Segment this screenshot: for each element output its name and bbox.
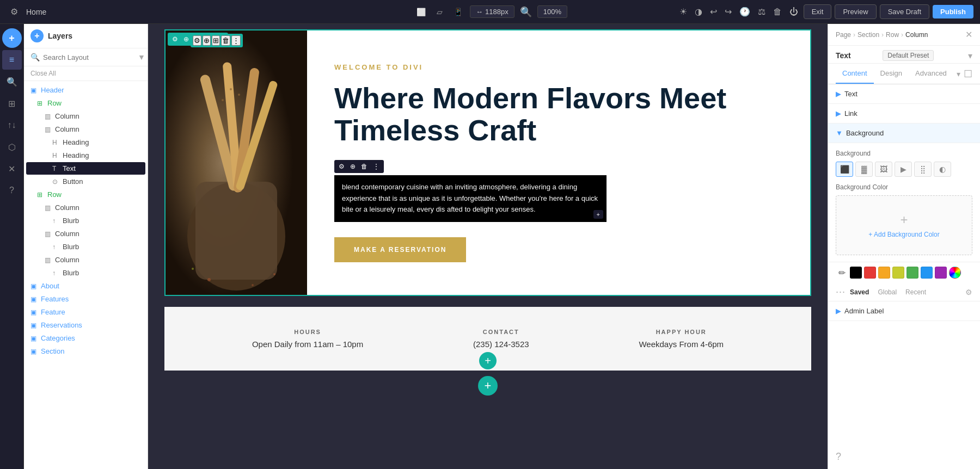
layer-header[interactable]: ▣ Header [26, 84, 145, 96]
undo-btn[interactable]: ↩ [708, 4, 719, 19]
tab-design[interactable]: Design [874, 64, 909, 84]
breadcrumb-column[interactable]: Column [905, 31, 928, 39]
layer-column1[interactable]: ▥ Column [26, 110, 145, 122]
section-settings-btn[interactable]: ⚙ [170, 34, 180, 44]
row-delete-btn[interactable]: 🗑 [221, 35, 230, 46]
layers-btn[interactable]: ≡ [2, 50, 22, 70]
color-picker-icon[interactable] [949, 267, 961, 279]
search-layout-input[interactable] [43, 53, 134, 61]
text-duplicate-btn[interactable]: ⊕ [348, 162, 358, 171]
layer-feature[interactable]: ▣ Feature [26, 306, 145, 318]
filter-icon[interactable]: ▼ [138, 53, 145, 61]
bg-gradient-btn[interactable]: ▓ [855, 162, 873, 177]
swatch-purple[interactable] [935, 267, 947, 279]
layer-heading1[interactable]: H Heading [26, 136, 145, 149]
close-all-btn[interactable]: Close All [24, 66, 148, 81]
layer-blurb2[interactable]: ↑ Blurb [26, 240, 145, 253]
layer-features[interactable]: ▣ Features [26, 293, 145, 305]
layer-col3[interactable]: ▥ Column [26, 201, 145, 214]
link-section-row[interactable]: ▶ Link [828, 104, 980, 124]
history-btn[interactable]: 🕐 [737, 4, 752, 19]
panel-tab-arrow[interactable]: ▾ [957, 70, 960, 78]
row-duplicate-btn[interactable]: ⊕ [203, 35, 211, 46]
settings-sidebar-btn[interactable]: ✕ [2, 159, 22, 178]
text-more-btn[interactable]: ⋮ [371, 162, 382, 171]
layer-row2[interactable]: ⊞ Row [26, 188, 145, 201]
text-edit-btn[interactable]: + [593, 210, 603, 219]
help-sidebar-btn[interactable]: ? [2, 181, 22, 200]
swatch-tab-recent[interactable]: Recent [901, 287, 930, 297]
history-sidebar-btn[interactable]: ⊞ [2, 94, 22, 113]
layer-button1[interactable]: ⊙ Button [26, 175, 145, 188]
row-layout-btn[interactable]: ⊞ [212, 35, 220, 46]
panel-toggle-icon[interactable]: ☐ [964, 68, 972, 80]
swatch-red[interactable] [864, 267, 876, 279]
swatch-black[interactable] [850, 267, 862, 279]
bg-color-area[interactable]: + + Add Background Color [836, 195, 972, 255]
redo-btn[interactable]: ↪ [722, 4, 734, 19]
layer-col4[interactable]: ▥ Column [26, 227, 145, 240]
layer-section1[interactable]: ▣ Section [26, 345, 145, 357]
bg-image-btn[interactable]: 🖼 [875, 162, 892, 177]
layer-categories[interactable]: ▣ Categories [26, 332, 145, 344]
moon-toggle[interactable]: ◑ [693, 4, 705, 19]
settings2-btn[interactable]: ⚖ [756, 4, 768, 19]
hero-cta-button[interactable]: MAKE A RESERVATION [334, 237, 466, 262]
trash-btn[interactable]: 🗑 [771, 5, 784, 19]
layer-blurb1[interactable]: ↑ Blurb [26, 214, 145, 227]
swatch-orange[interactable] [878, 267, 890, 279]
text-delete-btn[interactable]: 🗑 [359, 162, 370, 171]
swatch-tab-global[interactable]: Global [873, 287, 901, 297]
add-section-btn[interactable]: + [479, 352, 497, 369]
bg-video-btn[interactable]: ▶ [895, 162, 912, 177]
tab-content[interactable]: Content [836, 64, 874, 84]
bg-mask-btn[interactable]: ◐ [934, 162, 951, 177]
desktop-device-btn[interactable]: ⬜ [413, 5, 430, 19]
swatch-more-icon[interactable]: ⚙ [965, 288, 972, 297]
portability-btn[interactable]: ↑↓ [2, 115, 22, 135]
layer-reservations[interactable]: ▣ Reservations [26, 319, 145, 331]
swatch-blue[interactable] [921, 267, 933, 279]
exit-button[interactable]: Exit [804, 4, 832, 19]
breadcrumb-row[interactable]: Row [886, 31, 899, 39]
layer-blurb3[interactable]: ↑ Blurb [26, 267, 145, 279]
text-section-row[interactable]: ▶ Text [828, 84, 980, 104]
layer-row1[interactable]: ⊞ Row [26, 97, 145, 109]
admin-label-section-row[interactable]: ▶ Admin Label [828, 301, 980, 321]
breadcrumb-section[interactable]: Section [857, 31, 879, 39]
tablet-device-btn[interactable]: ▱ [433, 5, 446, 19]
text-settings-btn[interactable]: ⚙ [336, 162, 347, 171]
help-icon[interactable]: ? [828, 445, 980, 469]
background-section-row[interactable]: ▼ Background [828, 124, 980, 143]
search-btn[interactable]: 🔍 [2, 72, 22, 91]
add-layer-btn[interactable]: + [30, 29, 44, 42]
wireframe-btn[interactable]: ⬡ [2, 137, 22, 157]
layer-text1[interactable]: T Text [26, 162, 145, 175]
close-panel-btn[interactable]: ✕ [965, 29, 972, 40]
layer-column2[interactable]: ▥ Column [26, 123, 145, 135]
add-content-btn[interactable]: + [2, 28, 22, 48]
settings-icon[interactable]: ⚙ [7, 4, 22, 20]
color-pencil-icon[interactable]: ✏ [836, 267, 848, 279]
publish-button[interactable]: Publish [933, 5, 973, 18]
canvas-add-bottom-btn[interactable]: + [478, 376, 498, 396]
layer-heading2[interactable]: H Heading [26, 149, 145, 162]
power-btn[interactable]: ⏻ [787, 5, 800, 19]
preset-button[interactable]: Default Preset [883, 50, 934, 61]
section-duplicate-btn[interactable]: ⊕ [181, 34, 191, 44]
preset-dropdown-icon[interactable]: ▾ [968, 51, 972, 61]
breadcrumb-page[interactable]: Page [836, 31, 851, 39]
preview-button[interactable]: Preview [835, 4, 876, 19]
swatch-yellow-green[interactable] [892, 267, 904, 279]
mobile-device-btn[interactable]: 📱 [450, 5, 467, 19]
bg-solid-btn[interactable]: ⬛ [836, 162, 853, 177]
layer-about[interactable]: ▣ About [26, 280, 145, 292]
layer-col5[interactable]: ▥ Column [26, 254, 145, 266]
swatch-green[interactable] [906, 267, 918, 279]
row-settings-btn[interactable]: ⚙ [193, 35, 201, 46]
tab-advanced[interactable]: Advanced [909, 64, 953, 84]
sun-icon[interactable]: ☀ [677, 4, 689, 19]
bg-pattern-btn[interactable]: ⣿ [914, 162, 932, 177]
swatch-tab-saved[interactable]: Saved [846, 287, 873, 297]
save-draft-button[interactable]: Save Draft [880, 4, 929, 19]
